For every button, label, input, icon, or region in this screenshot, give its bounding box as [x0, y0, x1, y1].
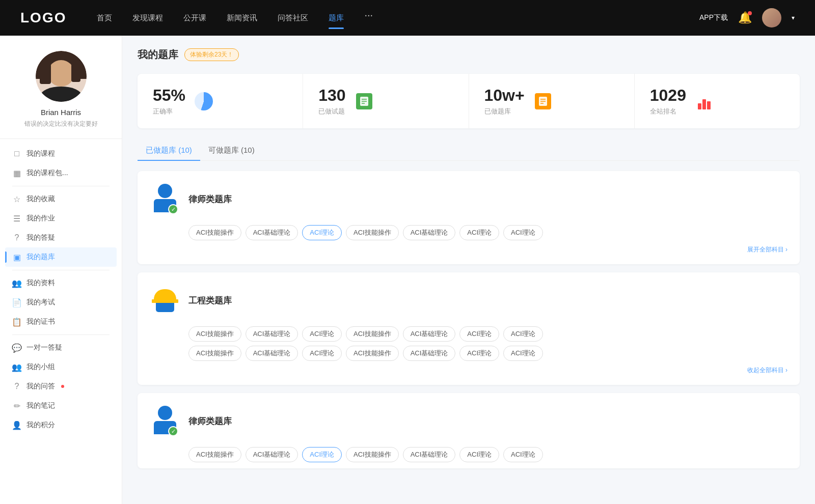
sidebar-item-label: 我的证书	[26, 317, 55, 326]
sidebar-item-my-courses[interactable]: □ 我的课程	[5, 144, 117, 163]
course-package-icon: ▦	[12, 169, 21, 178]
tag-item[interactable]: ACI技能操作	[346, 326, 399, 342]
sidebar-item-exams[interactable]: 📄 我的考试	[5, 293, 117, 312]
banks-icon	[533, 91, 553, 111]
bar1	[698, 103, 701, 109]
stat-banks-done: 10w+ 已做题库	[469, 74, 635, 128]
tag-item[interactable]: ACI技能操作	[188, 326, 241, 342]
sidebar-item-qa[interactable]: ? 我的答疑	[5, 228, 117, 247]
tag-item[interactable]: ACI理论	[503, 326, 543, 342]
star-icon: ☆	[12, 194, 21, 204]
tag-item[interactable]: ACI技能操作	[346, 225, 399, 240]
banks-done-value: 10w+	[484, 86, 525, 105]
tag-item[interactable]: ACI技能操作	[346, 447, 399, 462]
tag-item[interactable]: ACI理论	[459, 346, 499, 361]
sidebar-item-homework[interactable]: ☰ 我的作业	[5, 209, 117, 228]
tag-item[interactable]: ACI理论	[302, 346, 342, 361]
tag-item[interactable]: ACI理论	[503, 447, 543, 462]
stat-rank: 1029 全站排名	[635, 74, 800, 128]
bar3	[707, 101, 711, 109]
unread-dot	[61, 385, 64, 388]
qbank-title-2: 工程类题库	[188, 295, 232, 306]
rank-icon	[694, 91, 715, 111]
tag-item[interactable]: ACI理论	[302, 326, 342, 342]
page-header: 我的题库 体验剩余23天！	[138, 48, 800, 62]
notification-bell[interactable]: 🔔	[738, 11, 752, 24]
user-avatar[interactable]	[762, 8, 781, 27]
questions-icon: ?	[12, 382, 21, 391]
expand-button-1[interactable]: 展开全部科目 ›	[150, 245, 787, 254]
tag-item[interactable]: ACI理论	[459, 326, 499, 342]
tag-item[interactable]: ACI技能操作	[188, 346, 241, 361]
lawyer-icon: ✓	[150, 181, 180, 217]
pie-chart	[195, 92, 213, 110]
helmet-brim	[152, 299, 178, 303]
qbank-title-1: 律师类题库	[188, 193, 232, 205]
sidebar-item-label: 我的题库	[26, 253, 55, 262]
nav-news[interactable]: 新闻资讯	[227, 9, 257, 27]
tag-item[interactable]: ACI基础理论	[246, 326, 298, 342]
tag-item[interactable]: ACI基础理论	[403, 346, 456, 361]
sidebar-item-favorites[interactable]: ☆ 我的收藏	[5, 189, 117, 209]
tag-item[interactable]: ACI理论	[503, 225, 543, 240]
tag-item-active[interactable]: ACI理论	[302, 225, 342, 240]
stat-questions-done: 130 已做试题	[303, 74, 469, 128]
tag-item[interactable]: ACI理论	[459, 447, 499, 462]
tag-item[interactable]: ACI基础理论	[246, 225, 298, 240]
notes-icon: ✏	[12, 401, 21, 410]
question-bank-tabs: 已做题库 (10) 可做题库 (10)	[138, 141, 800, 161]
collapse-button[interactable]: 收起全部科目 ›	[150, 366, 787, 375]
qbank-tags-1: ACI技能操作 ACI基础理论 ACI理论 ACI技能操作 ACI基础理论 AC…	[150, 225, 787, 240]
tag-item[interactable]: ACI技能操作	[346, 346, 399, 361]
tag-item[interactable]: ACI理论	[459, 225, 499, 240]
bar2	[702, 99, 706, 109]
profile-name: Brian Harris	[10, 108, 112, 117]
check-badge: ✓	[168, 204, 178, 214]
user-menu-chevron[interactable]: ▾	[792, 14, 795, 21]
sidebar-item-label: 我的积分	[26, 421, 55, 430]
sidebar-item-label: 我的课程包...	[26, 169, 68, 178]
nav-open-course[interactable]: 公开课	[183, 9, 206, 27]
sidebar-item-certificate[interactable]: 📋 我的证书	[5, 312, 117, 331]
check-badge-2: ✓	[168, 426, 178, 436]
tag-item[interactable]: ACI基础理论	[403, 326, 456, 342]
navbar-right: APP下载 🔔 ▾	[699, 8, 795, 27]
tag-item[interactable]: ACI基础理论	[246, 447, 298, 462]
navbar-nav: 首页 发现课程 公开课 新闻资讯 问答社区 题库 ···	[97, 9, 699, 27]
certificate-icon: 📋	[12, 317, 21, 326]
sidebar-item-tutoring[interactable]: 💬 一对一答疑	[5, 338, 117, 357]
qbank-title-3: 律师类题库	[188, 415, 232, 427]
materials-icon: 👥	[12, 278, 21, 288]
tab-todo[interactable]: 可做题库 (10)	[200, 141, 263, 160]
nav-more[interactable]: ···	[364, 9, 373, 27]
app-download-button[interactable]: APP下载	[699, 13, 728, 22]
sidebar-item-group[interactable]: 👥 我的小组	[5, 357, 117, 377]
sidebar: Brian Harris 错误的决定比没有决定要好 □ 我的课程 ▦ 我的课程包…	[0, 36, 122, 504]
sidebar-divider-1	[12, 186, 110, 186]
nav-qa[interactable]: 问答社区	[278, 9, 308, 27]
tag-item[interactable]: ACI理论	[503, 346, 543, 361]
stats-row: 55% 正确率 130 已做试题	[138, 74, 800, 128]
tag-item[interactable]: ACI基础理论	[246, 346, 298, 361]
nav-question-bank[interactable]: 题库	[329, 9, 344, 27]
qbank-card-lawyer-2: ✓ 律师类题库 ACI技能操作 ACI基础理论 ACI理论 ACI技能操作 AC…	[138, 393, 800, 468]
sidebar-item-notes[interactable]: ✏ 我的笔记	[5, 396, 117, 415]
tag-item-active[interactable]: ACI理论	[302, 447, 342, 462]
doc-yellow-icon	[535, 93, 551, 109]
tag-item[interactable]: ACI技能操作	[188, 447, 241, 462]
tag-item[interactable]: ACI技能操作	[188, 225, 241, 240]
nav-courses[interactable]: 发现课程	[132, 9, 163, 27]
nav-home[interactable]: 首页	[97, 9, 112, 27]
sidebar-item-points[interactable]: 👤 我的积分	[5, 415, 117, 435]
rank-label: 全站排名	[650, 107, 686, 116]
sidebar-item-questions[interactable]: ? 我的问答	[5, 377, 117, 396]
sidebar-item-question-bank[interactable]: ▣ 我的题库	[5, 247, 117, 267]
sidebar-item-materials[interactable]: 👥 我的资料	[5, 273, 117, 293]
sidebar-item-label: 我的资料	[26, 278, 55, 288]
sidebar-item-course-package[interactable]: ▦ 我的课程包...	[5, 163, 117, 183]
questions-done-label: 已做试题	[318, 107, 345, 116]
tag-item[interactable]: ACI基础理论	[403, 225, 456, 240]
tag-item[interactable]: ACI基础理论	[403, 447, 456, 462]
tab-done[interactable]: 已做题库 (10)	[138, 141, 200, 160]
rank-value: 1029	[650, 86, 686, 105]
